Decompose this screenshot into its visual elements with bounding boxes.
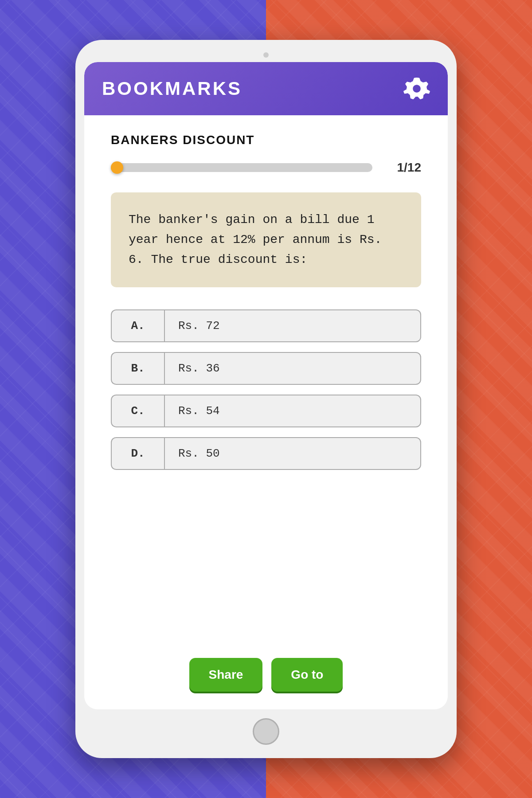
progress-dot	[111, 161, 123, 174]
tablet-screen: BOOKMARKS BANKERS DISCOUNT 1/12 The bank…	[84, 62, 448, 709]
option-value-a[interactable]: Rs. 72	[164, 309, 421, 342]
option-value-b[interactable]: Rs. 36	[164, 352, 421, 385]
option-row-d[interactable]: D. Rs. 50	[111, 437, 421, 470]
progress-fill	[111, 163, 132, 172]
bottom-buttons: Share Go to	[111, 658, 421, 692]
share-button[interactable]: Share	[189, 658, 263, 692]
tablet-camera	[263, 52, 269, 58]
option-row-a[interactable]: A. Rs. 72	[111, 309, 421, 342]
goto-button[interactable]: Go to	[271, 658, 343, 692]
option-value-d[interactable]: Rs. 50	[164, 437, 421, 470]
progress-container: 1/12	[111, 160, 421, 175]
option-row-b[interactable]: B. Rs. 36	[111, 352, 421, 385]
option-letter-b[interactable]: B.	[111, 352, 164, 385]
content-area: BANKERS DISCOUNT 1/12 The banker's gain …	[84, 115, 448, 709]
option-letter-a[interactable]: A.	[111, 309, 164, 342]
category-title: BANKERS DISCOUNT	[111, 133, 421, 147]
options-container: A. Rs. 72 B. Rs. 36 C. Rs. 54 D. Rs. 50	[111, 309, 421, 470]
progress-text: 1/12	[386, 160, 421, 175]
progress-bar	[111, 163, 372, 172]
option-row-c[interactable]: C. Rs. 54	[111, 395, 421, 427]
settings-icon[interactable]	[403, 75, 430, 102]
option-letter-c[interactable]: C.	[111, 395, 164, 427]
option-value-c[interactable]: Rs. 54	[164, 395, 421, 427]
tablet-frame: BOOKMARKS BANKERS DISCOUNT 1/12 The bank…	[75, 40, 457, 758]
header: BOOKMARKS	[84, 62, 448, 115]
tablet-home-button[interactable]	[253, 718, 279, 745]
question-text: The banker's gain on a bill due 1 year h…	[129, 213, 382, 266]
question-box: The banker's gain on a bill due 1 year h…	[111, 192, 421, 287]
option-letter-d[interactable]: D.	[111, 437, 164, 470]
page-title: BOOKMARKS	[102, 78, 242, 99]
